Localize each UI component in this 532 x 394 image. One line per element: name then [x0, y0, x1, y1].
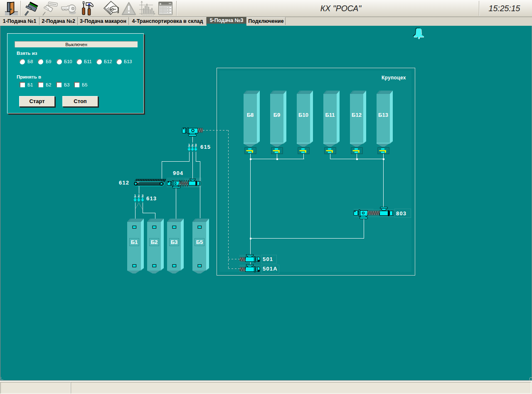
svg-text:Б13: Б13: [378, 112, 388, 118]
svg-text:Б11: Б11: [325, 112, 335, 118]
svg-text:Б8: Б8: [247, 112, 254, 118]
svg-text:Б2: Б2: [151, 239, 158, 245]
svg-text:Б5: Б5: [196, 239, 203, 245]
svg-text:Б9: Б9: [273, 112, 281, 118]
svg-text:Б3: Б3: [171, 239, 178, 245]
svg-text:Б1: Б1: [131, 239, 138, 245]
svg-text:Б12: Б12: [352, 112, 362, 118]
svg-text:Б10: Б10: [298, 112, 308, 118]
